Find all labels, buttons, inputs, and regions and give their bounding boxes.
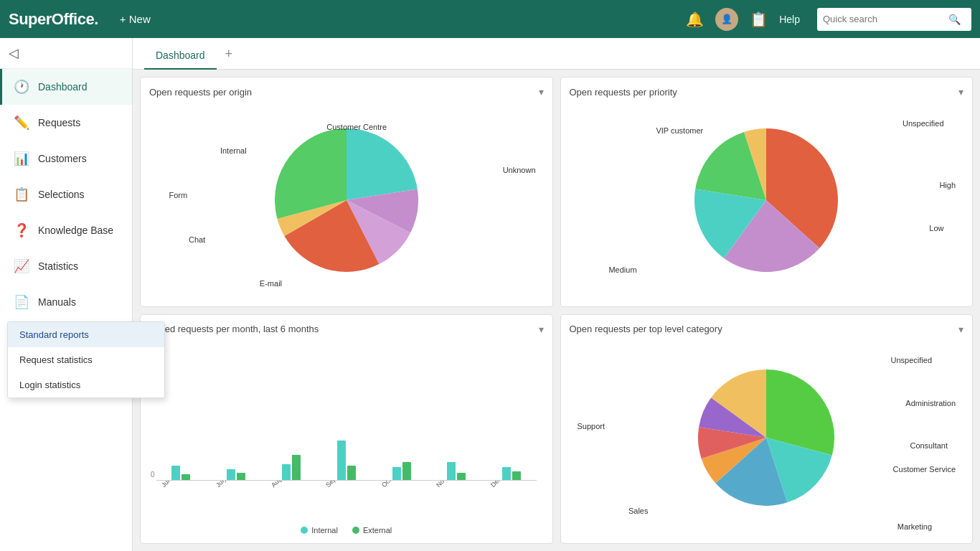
sidebar-label-manuals: Manuals <box>38 296 76 308</box>
chart-area-category: Support Unspecified Administration Consu… <box>570 341 964 535</box>
sidebar-item-customers[interactable]: 📊 Customers <box>0 141 132 176</box>
card-dropdown-monthly[interactable]: ▾ <box>539 324 544 335</box>
chart-area-origin: Customer Centre Internal Form Chat E-mai… <box>149 103 544 298</box>
tab-dashboard[interactable]: Dashboard <box>144 42 217 70</box>
avatar[interactable]: 👤 <box>715 8 738 31</box>
bar-oct-external <box>402 462 411 480</box>
chart-area-monthly: 0 <box>149 341 544 535</box>
bar-sep-external <box>347 466 356 480</box>
chart-priority: Open requests per priority ▾ <box>560 77 974 307</box>
legend-dot-internal <box>301 527 308 534</box>
dropdown-item-login-statistics[interactable]: Login statistics <box>8 372 164 397</box>
tabs-bar: Dashboard + <box>133 38 980 70</box>
bar-zero-label: 0 <box>151 471 155 479</box>
sidebar-item-selections[interactable]: 📋 Selections <box>0 176 132 212</box>
label-administration: Administration <box>905 399 956 408</box>
new-button[interactable]: + New <box>113 9 158 29</box>
requests-icon: ✏️ <box>14 115 29 131</box>
selections-icon: 📋 <box>14 187 29 202</box>
collapse-icon[interactable]: ◁ <box>9 46 19 60</box>
help-button[interactable]: Help <box>779 14 800 25</box>
chart-category: Open requests per top level category ▾ <box>560 314 974 545</box>
main-layout: ◁ 🕐 Dashboard ✏️ Requests 📊 Customers 📋 … <box>0 38 980 551</box>
pie-origin-svg <box>275 128 418 272</box>
sidebar-label-selections: Selections <box>38 189 85 200</box>
chart-origin: Open requests per origin ▾ <box>140 77 553 307</box>
manuals-icon: 📄 <box>14 294 29 310</box>
label-high: High <box>939 181 956 189</box>
legend-dot-external <box>352 527 359 534</box>
card-title-monthly: ...nted requests per month, last 6 month… <box>149 324 319 334</box>
label-vip: VIP customer <box>656 126 703 135</box>
topbar-icons: 🔔 👤 📋 Help <box>686 8 806 31</box>
label-customer-service: Customer Service <box>893 465 956 474</box>
month-label-november: November 2022 <box>435 481 494 509</box>
bar-aug-internal <box>282 464 291 480</box>
label-email: E-mail <box>260 279 282 288</box>
search-input[interactable] <box>823 14 948 24</box>
bar-legend: Internal External <box>301 520 392 534</box>
chat-icon[interactable]: 📋 <box>750 11 768 28</box>
label-unspecified: Unspecified <box>903 119 943 128</box>
label-chat: Chat <box>189 235 205 244</box>
sidebar-label-customers: Customers <box>38 153 87 164</box>
legend-external: External <box>352 526 392 534</box>
bar-aug-external <box>292 455 301 480</box>
label-low: Low <box>929 224 943 232</box>
statistics-icon: 📈 <box>14 258 29 274</box>
customers-icon: 📊 <box>14 151 29 166</box>
knowledge-base-icon: ❓ <box>14 222 29 238</box>
dashboard-icon: 🕐 <box>14 79 29 95</box>
search-icon: 🔍 <box>948 14 961 25</box>
card-dropdown-category[interactable]: ▾ <box>958 324 963 335</box>
label-support: Support <box>577 422 605 430</box>
month-label-december: December 2022 <box>489 481 536 509</box>
card-dropdown-origin[interactable]: ▾ <box>539 86 544 98</box>
pie-priority-svg <box>694 128 838 272</box>
pie-category-svg <box>698 369 834 506</box>
dropdown-item-standard-reports[interactable]: Standard reports <box>8 322 164 347</box>
sidebar-item-requests[interactable]: ✏️ Requests <box>0 105 132 141</box>
chart-monthly: ...nted requests per month, last 6 month… <box>140 314 553 545</box>
chart-area-priority: VIP customer Unspecified High Low Medium <box>570 103 964 298</box>
dropdown-item-request-statistics[interactable]: Request statistics <box>8 347 164 372</box>
bar-dec-external <box>512 471 521 480</box>
legend-label-external: External <box>363 526 392 534</box>
card-title-category: Open requests per top level category <box>570 324 722 334</box>
month-label-june: June 2022 <box>160 481 219 509</box>
card-dropdown-priority[interactable]: ▾ <box>958 86 963 98</box>
sidebar-item-statistics[interactable]: 📈 Statistics <box>0 248 132 284</box>
label-unknown: Unknown <box>503 166 536 174</box>
label-internal: Internal <box>220 146 247 155</box>
pie-category: Support Unspecified Administration Consu… <box>570 341 964 535</box>
sidebar-item-knowledge-base[interactable]: ❓ Knowledge Base <box>0 212 132 248</box>
logo: SuperOffice. <box>9 10 98 29</box>
label-consultant: Consultant <box>910 441 948 450</box>
statistics-dropdown: Standard reports Request statistics Logi… <box>7 321 165 398</box>
sidebar-toggle[interactable]: ◁ <box>0 38 132 69</box>
card-title-origin: Open requests per origin <box>149 87 252 98</box>
label-sales: Sales <box>628 507 649 515</box>
label-unspecified-cat: Unspecified <box>891 356 932 364</box>
month-label-july: July 2022 <box>215 481 273 509</box>
tab-add[interactable]: + <box>217 39 242 69</box>
month-label-september: September 2022 <box>324 481 384 509</box>
card-header-category: Open requests per top level category ▾ <box>570 324 964 335</box>
bar-july-internal <box>227 469 235 480</box>
label-customer-centre: Customer Centre <box>326 123 387 131</box>
bar-dec-internal <box>502 467 511 480</box>
card-header-priority: Open requests per priority ▾ <box>570 86 964 98</box>
search-box: 🔍 <box>817 8 971 31</box>
sidebar-label-statistics: Statistics <box>38 260 78 272</box>
pie-priority: VIP customer Unspecified High Low Medium <box>570 103 964 298</box>
label-form: Form <box>169 191 187 199</box>
sidebar-item-dashboard[interactable]: 🕐 Dashboard <box>0 69 132 105</box>
bar-oct-internal <box>392 467 401 480</box>
label-marketing: Marketing <box>897 522 932 531</box>
label-medium: Medium <box>608 265 636 274</box>
legend-internal: Internal <box>301 526 338 534</box>
card-title-priority: Open requests per priority <box>570 87 677 98</box>
notifications-icon[interactable]: 🔔 <box>686 11 704 28</box>
content: Dashboard + Open requests per origin ▾ <box>133 38 980 551</box>
sidebar-item-manuals[interactable]: 📄 Manuals <box>0 284 132 320</box>
